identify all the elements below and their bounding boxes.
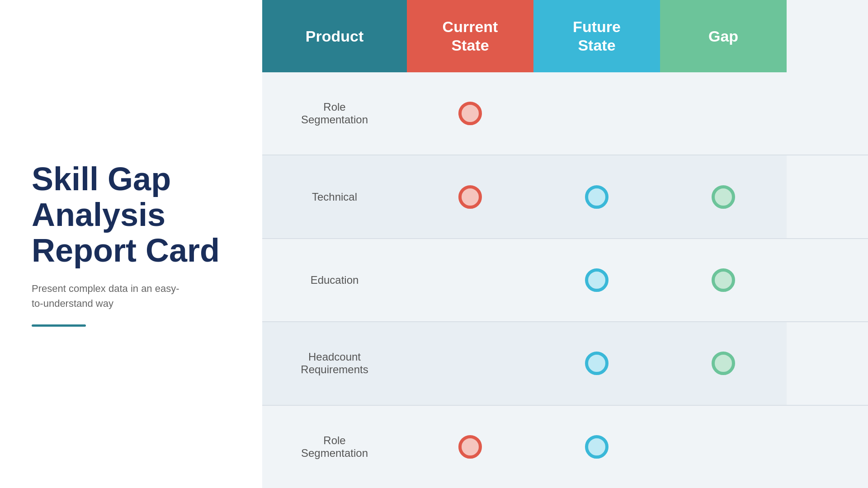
row-label: HeadcountRequirements	[262, 322, 407, 404]
table-row: RoleSegmentation	[262, 72, 868, 155]
left-panel: Skill Gap Analysis Report Card Present c…	[0, 0, 262, 488]
cell-gap	[660, 406, 787, 488]
table-row: RoleSegmentation	[262, 406, 868, 488]
circle-red-current	[458, 185, 482, 209]
row-label: RoleSegmentation	[262, 72, 407, 155]
cell-future	[533, 155, 660, 238]
circle-green-gap	[712, 352, 735, 375]
cell-future	[533, 322, 660, 404]
cell-gap	[660, 322, 787, 404]
header-future-label: FutureState	[573, 18, 621, 55]
title-line1: Skill Gap	[32, 161, 171, 197]
circle-green-gap	[712, 268, 735, 292]
table-row: Technical	[262, 155, 868, 239]
row-label: RoleSegmentation	[262, 406, 407, 488]
table-header: Product CurrentState FutureState Gap	[262, 0, 868, 72]
cell-future	[533, 72, 660, 155]
circle-blue-future	[585, 435, 609, 459]
cell-current	[407, 406, 533, 488]
cell-future	[533, 239, 660, 321]
header-product: Product	[262, 0, 407, 72]
cell-current	[407, 239, 533, 321]
circle-red-current	[458, 102, 482, 125]
header-current-state: CurrentState	[407, 0, 533, 72]
title-line2: Analysis	[32, 197, 165, 233]
row-label: Technical	[262, 155, 407, 238]
right-panel: Product CurrentState FutureState Gap Rol…	[262, 0, 868, 488]
circle-green-gap	[712, 185, 735, 209]
header-current-label: CurrentState	[443, 18, 498, 55]
row-label: Education	[262, 239, 407, 321]
header-product-label: Product	[306, 27, 363, 46]
title-line3: Report Card	[32, 232, 220, 268]
cell-future	[533, 406, 660, 488]
header-gap: Gap	[660, 0, 787, 72]
table-row: Education	[262, 239, 868, 322]
table-row: HeadcountRequirements	[262, 322, 868, 405]
circle-blue-future	[585, 185, 609, 209]
header-future-state: FutureState	[533, 0, 660, 72]
circle-blue-future	[585, 268, 609, 292]
cell-gap	[660, 239, 787, 321]
cell-current	[407, 155, 533, 238]
circle-red-current	[458, 435, 482, 459]
cell-current	[407, 322, 533, 404]
table-body: RoleSegmentationTechnicalEducationHeadco…	[262, 72, 868, 488]
accent-line	[32, 324, 86, 327]
subtitle: Present complex data in an easy-to-under…	[32, 281, 185, 311]
cell-gap	[660, 155, 787, 238]
main-title: Skill Gap Analysis Report Card	[32, 161, 231, 269]
cell-current	[407, 72, 533, 155]
circle-blue-future	[585, 352, 609, 375]
cell-gap	[660, 72, 787, 155]
header-gap-label: Gap	[708, 27, 738, 46]
